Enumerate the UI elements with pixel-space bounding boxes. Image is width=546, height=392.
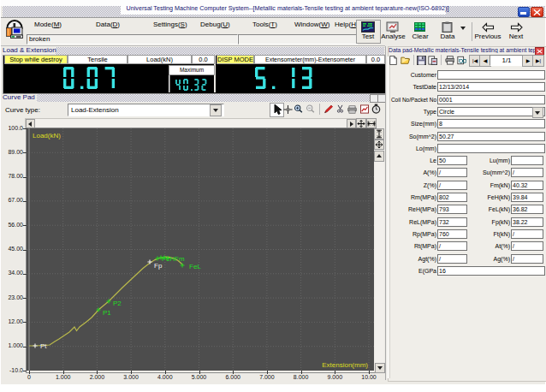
svg-text:Fp: Fp: [154, 262, 163, 270]
svg-text:FeL: FeL: [189, 263, 201, 270]
svg-text:Load(kN): Load(kN): [33, 132, 61, 140]
svg-text:P2: P2: [113, 300, 122, 307]
svg-text:P1: P1: [103, 309, 111, 317]
svg-text:Extension(mm): Extension(mm): [322, 361, 368, 369]
svg-text:Pt: Pt: [40, 342, 47, 350]
svg-text:FeHFm: FeHFm: [162, 255, 185, 263]
